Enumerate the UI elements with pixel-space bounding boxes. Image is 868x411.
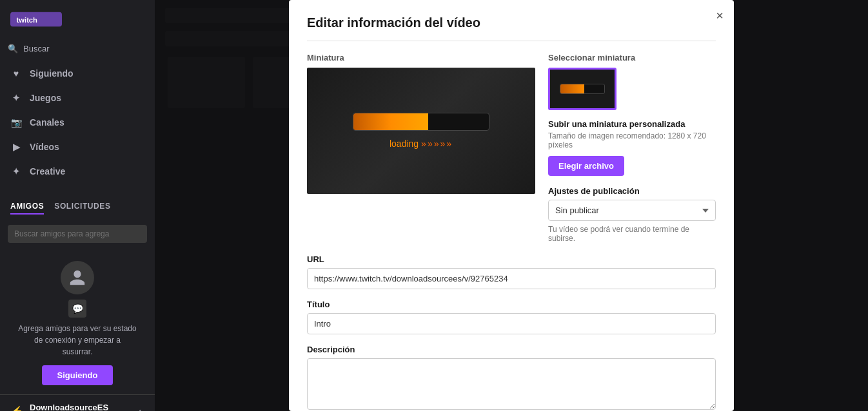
loading-label: loading (390, 139, 419, 149)
upload-hint: Tamaño de imagen recomendado: 1280 x 720… (548, 131, 716, 149)
thumbnail-option-1[interactable] (548, 68, 616, 110)
url-input[interactable] (307, 268, 716, 289)
svg-text:twitch: twitch (17, 16, 37, 24)
seguindo-button[interactable]: Siguiendo (42, 365, 113, 385)
desc-label: Descripción (307, 345, 716, 354)
sidebar-logo: twitch (0, 0, 155, 39)
heart-icon: ♥ (10, 68, 22, 79)
video-icon: 📷 (10, 117, 22, 128)
sidebar: twitch 🔍 Buscar ♥ Siguiendo ✦ Juegos 📷 C… (0, 0, 155, 411)
thumbnail-background: loading »»»»» (307, 68, 535, 194)
url-group: URL (307, 254, 716, 289)
title-label: Título (307, 300, 716, 309)
star-icon: ✦ (10, 166, 22, 177)
sidebar-item-label-siguiendo: Siguiendo (30, 68, 74, 79)
sidebar-item-canales[interactable]: 📷 Canales (0, 110, 155, 135)
main-content: × Editar información del vídeo Miniatura… (155, 0, 868, 411)
thumbnail-preview: loading »»»»» (307, 68, 535, 194)
select-thumbnail-label: Seleccionar miniatura (548, 53, 716, 62)
desc-group: Descripción (307, 345, 716, 411)
sidebar-item-label-creative: Creative (30, 166, 65, 177)
thumbnail-option-1-inner (550, 70, 615, 108)
amigos-tab[interactable]: AMIGOS (10, 202, 44, 215)
sidebar-item-label-videos: Vídeos (30, 142, 59, 152)
sidebar-item-label-juegos: Juegos (30, 93, 61, 103)
search-icon: 🔍 (8, 44, 18, 53)
username: DownloadsourceES (30, 403, 108, 411)
loading-bar-fill (353, 113, 428, 130)
modal-overlay: × Editar información del vídeo Miniatura… (155, 0, 868, 411)
title-group: Título (307, 300, 716, 334)
modal-grid: Miniatura loading »»»»» (307, 53, 716, 243)
url-label: URL (307, 254, 716, 264)
modal-divider (307, 41, 716, 41)
loading-bar-container (353, 113, 489, 131)
sidebar-item-siguiendo[interactable]: ♥ Siguiendo (0, 61, 155, 86)
search-label: Buscar (23, 44, 49, 53)
expand-icon: ▲ (135, 406, 144, 412)
sidebar-item-juegos[interactable]: ✦ Juegos (0, 86, 155, 110)
sidebar-item-label-canales: Canales (30, 117, 64, 128)
friend-search-input[interactable] (8, 225, 147, 243)
title-input[interactable] (307, 313, 716, 334)
twitch-logo-svg: twitch (10, 9, 62, 30)
edit-video-modal: × Editar información del vídeo Miniatura… (289, 0, 734, 411)
empty-avatar (61, 261, 94, 294)
friends-empty-state: 💬 Agrega amigos para ver su estado de co… (0, 248, 155, 394)
sidebar-item-creative[interactable]: ✦ Creative (0, 159, 155, 184)
friends-description: Agrega amigos para ver su estado de cone… (10, 323, 144, 358)
sidebar-item-videos[interactable]: ▶ Vídeos (0, 135, 155, 159)
sidebar-section-titles: AMIGOS SOLICITUDES (0, 196, 155, 220)
modal-close-button[interactable]: × (716, 9, 724, 22)
user-info: DownloadsourceES 4 Canales (30, 403, 108, 411)
chat-bubble-icon: 💬 (68, 300, 86, 318)
solicitudes-tab[interactable]: SOLICITUDES (54, 202, 110, 215)
publish-label: Ajustes de publicación (548, 186, 716, 196)
loading-text: loading »»»»» (390, 139, 453, 149)
person-icon (68, 269, 86, 287)
desc-textarea[interactable] (307, 358, 716, 410)
thumb-mini-fill (560, 84, 584, 93)
bolt-icon: ⚡ (10, 405, 23, 411)
friend-search-wrapper (0, 220, 155, 248)
miniatura-label: Miniatura (307, 53, 535, 62)
upload-title: Subir una miniatura personalizada (548, 119, 716, 129)
upload-button[interactable]: Elegir archivo (548, 156, 624, 176)
publish-select[interactable]: Sin publicar (548, 200, 716, 221)
thumbnail-selector (548, 68, 716, 110)
thumb-mini-bar (560, 84, 605, 94)
sidebar-user-bottom[interactable]: ⚡ DownloadsourceES 4 Canales ▲ (0, 394, 155, 411)
puzzle-icon: ✦ (10, 92, 22, 104)
publish-hint: Tu vídeo se podrá ver cuando termine de … (548, 225, 716, 243)
sidebar-nav: ♥ Siguiendo ✦ Juegos 📷 Canales ▶ Vídeos … (0, 59, 155, 186)
modal-title: Editar información del vídeo (307, 15, 716, 30)
modal-left-panel: Miniatura loading »»»»» (307, 53, 535, 243)
modal-right-panel: Seleccionar miniatura Subir una miniatur… (548, 53, 716, 243)
play-icon: ▶ (10, 141, 22, 153)
loading-arrows: »»»»» (421, 139, 453, 149)
search-bar[interactable]: 🔍 Buscar (0, 39, 155, 59)
